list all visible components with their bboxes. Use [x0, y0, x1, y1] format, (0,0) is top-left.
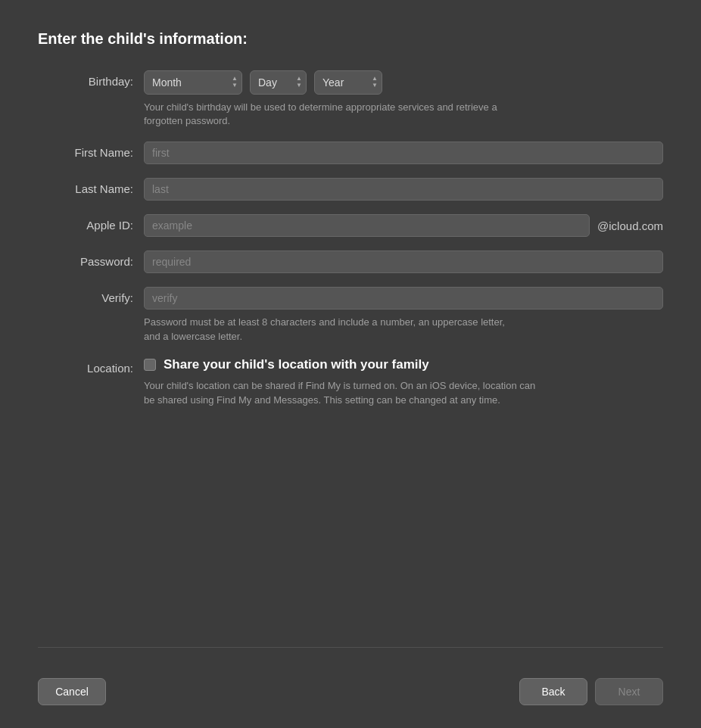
cancel-button[interactable]: Cancel — [38, 678, 106, 705]
back-button[interactable]: Back — [519, 678, 587, 705]
password-input[interactable] — [144, 250, 663, 273]
verify-label: Verify: — [38, 287, 144, 304]
birthday-row: Birthday: Month January February March A… — [38, 70, 663, 128]
day-select[interactable]: Day — [250, 70, 307, 95]
birthday-label: Birthday: — [38, 70, 144, 88]
divider — [38, 647, 663, 648]
password-row: Password: — [38, 250, 663, 273]
location-label: Location: — [38, 357, 144, 375]
location-checkbox-label: Share your child's location with your fa… — [164, 357, 429, 372]
year-select-container: Year ▲ ▼ — [314, 70, 382, 95]
password-content — [144, 250, 663, 273]
apple-id-field-row: @icloud.com — [144, 214, 663, 237]
birthday-hint: Your child's birthday will be used to de… — [144, 101, 507, 128]
apple-id-content: @icloud.com — [144, 214, 663, 237]
password-hint: Password must be at least 8 characters a… — [144, 316, 507, 343]
first-name-input[interactable] — [144, 142, 663, 164]
dialog: Enter the child's information: Birthday:… — [0, 0, 701, 728]
location-checkbox[interactable] — [144, 359, 156, 371]
button-row: Cancel Back Next — [38, 663, 663, 705]
location-checkbox-row: Share your child's location with your fa… — [144, 357, 537, 372]
page-title: Enter the child's information: — [38, 30, 663, 48]
apple-id-input[interactable] — [144, 214, 590, 237]
day-select-container: Day ▲ ▼ — [250, 70, 307, 95]
icloud-domain: @icloud.com — [597, 219, 663, 232]
month-select[interactable]: Month January February March April May J… — [144, 70, 242, 95]
verify-row: Verify: Password must be at least 8 char… — [38, 287, 663, 343]
location-hint: Your child's location can be shared if F… — [144, 378, 537, 408]
apple-id-label: Apple ID: — [38, 214, 144, 232]
last-name-input[interactable] — [144, 178, 663, 201]
apple-id-row: Apple ID: @icloud.com — [38, 214, 663, 237]
location-content: Share your child's location with your fa… — [144, 357, 537, 408]
first-name-row: First Name: — [38, 142, 663, 164]
first-name-content — [144, 142, 663, 164]
birthday-content: Month January February March April May J… — [144, 70, 663, 128]
form-container: Birthday: Month January February March A… — [38, 70, 663, 639]
first-name-label: First Name: — [38, 142, 144, 159]
right-buttons: Back Next — [519, 678, 663, 705]
last-name-content — [144, 178, 663, 201]
last-name-row: Last Name: — [38, 178, 663, 201]
password-label: Password: — [38, 250, 144, 268]
year-select[interactable]: Year — [314, 70, 382, 95]
next-button[interactable]: Next — [595, 678, 663, 705]
verify-input[interactable] — [144, 287, 663, 310]
verify-content: Password must be at least 8 characters a… — [144, 287, 663, 343]
location-row: Location: Share your child's location wi… — [38, 357, 663, 408]
last-name-label: Last Name: — [38, 178, 144, 195]
month-select-container: Month January February March April May J… — [144, 70, 242, 95]
birthday-selects: Month January February March April May J… — [144, 70, 663, 95]
